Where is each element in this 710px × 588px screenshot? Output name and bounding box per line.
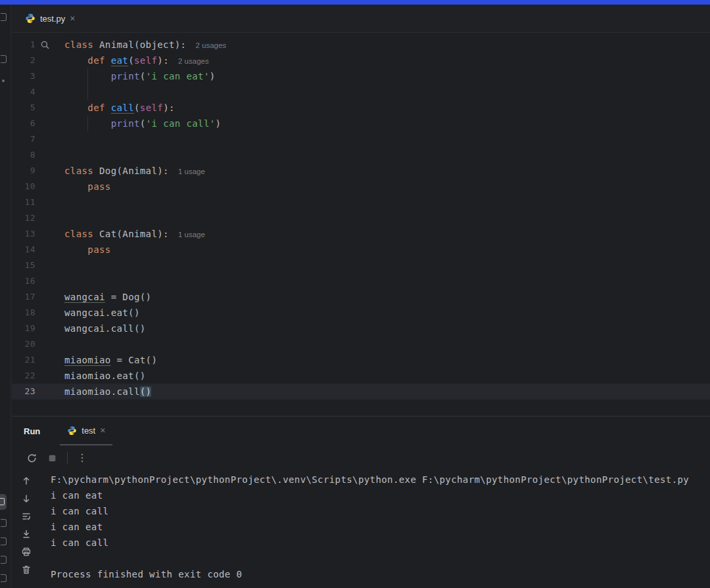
code-line[interactable]: 8 bbox=[12, 147, 710, 163]
code-token: miaomiao bbox=[64, 355, 111, 365]
tool-stripe-icon-fragment[interactable] bbox=[1, 556, 7, 564]
line-number[interactable]: 21 bbox=[12, 352, 36, 368]
code-token: 'i can eat' bbox=[146, 71, 210, 81]
gutter-slot bbox=[36, 68, 64, 84]
down-arrow-icon[interactable] bbox=[21, 493, 32, 504]
code-line[interactable]: 22miaomiao.eat() bbox=[12, 368, 710, 384]
line-number[interactable]: 19 bbox=[12, 321, 36, 336]
gutter-search-icon[interactable] bbox=[40, 40, 50, 50]
soft-wrap-icon[interactable] bbox=[21, 511, 32, 522]
usages-inlay[interactable]: 2 usages bbox=[195, 41, 226, 49]
code-line[interactable]: 10 pass bbox=[12, 179, 710, 194]
code-line[interactable]: 11 bbox=[12, 194, 710, 210]
line-number[interactable]: 11 bbox=[12, 194, 36, 210]
line-number[interactable]: 18 bbox=[12, 305, 36, 321]
line-number[interactable]: 14 bbox=[12, 242, 36, 258]
tool-stripe-icon-fragment[interactable] bbox=[1, 13, 7, 21]
code-line[interactable]: 2 def eat(self):2 usages bbox=[12, 53, 710, 68]
code-line[interactable]: 16 bbox=[12, 273, 710, 289]
code-editor[interactable]: 1class Animal(object):2 usages2 def eat(… bbox=[12, 33, 710, 416]
code-line[interactable]: 4 bbox=[12, 84, 710, 100]
code-line[interactable]: 13class Cat(Animal):1 usage bbox=[12, 226, 710, 242]
usages-inlay[interactable]: 1 usage bbox=[178, 231, 205, 238]
usages-inlay[interactable]: 2 usages bbox=[178, 57, 209, 65]
code-line[interactable]: 5 def call(self): bbox=[12, 100, 710, 116]
close-icon[interactable]: × bbox=[70, 14, 75, 23]
usages-inlay[interactable]: 1 usage bbox=[178, 168, 205, 175]
line-number[interactable]: 22 bbox=[12, 368, 36, 384]
code-token: ( bbox=[134, 102, 140, 113]
line-number[interactable]: 15 bbox=[12, 258, 36, 273]
line-number[interactable]: 1 bbox=[12, 37, 36, 53]
line-number[interactable]: 8 bbox=[12, 147, 36, 163]
line-number[interactable]: 3 bbox=[12, 68, 36, 84]
console-line bbox=[51, 551, 689, 566]
run-stripe-icon bbox=[0, 498, 5, 505]
line-number[interactable]: 12 bbox=[12, 210, 36, 226]
rerun-icon[interactable] bbox=[26, 453, 37, 464]
more-options-icon[interactable]: ⋮ bbox=[77, 453, 87, 463]
code-line[interactable]: 23miaomiao.call() bbox=[12, 384, 710, 399]
code-line[interactable]: 9class Dog(Animal):1 usage bbox=[12, 163, 710, 179]
code-line[interactable]: 19wangcai.call() bbox=[12, 321, 710, 336]
code-text: pass bbox=[64, 242, 111, 258]
code-line[interactable]: 1class Animal(object):2 usages bbox=[12, 37, 710, 53]
tool-stripe-icon-fragment[interactable] bbox=[1, 519, 7, 527]
code-line[interactable]: 21miaomiao = Cat() bbox=[12, 352, 710, 368]
code-text: print('i can eat') bbox=[64, 68, 216, 84]
line-number[interactable]: 17 bbox=[12, 289, 36, 305]
line-number[interactable]: 7 bbox=[12, 131, 36, 147]
code-line[interactable]: 3 print('i can eat') bbox=[12, 68, 710, 84]
code-line[interactable]: 14 pass bbox=[12, 242, 710, 258]
tool-stripe-icon-fragment[interactable] bbox=[2, 79, 5, 82]
gutter-slot bbox=[36, 352, 64, 368]
line-number[interactable]: 23 bbox=[12, 384, 36, 399]
code-token: () bbox=[140, 386, 152, 397]
main-area: test.py × 1class Animal(object):2 usages… bbox=[12, 5, 710, 588]
tool-stripe-icon-fragment[interactable] bbox=[1, 537, 7, 545]
line-number[interactable]: 13 bbox=[12, 226, 36, 242]
code-line[interactable]: 12 bbox=[12, 210, 710, 226]
gutter-slot bbox=[36, 242, 64, 258]
code-line[interactable]: 6 print('i can call') bbox=[12, 116, 710, 131]
gutter-slot bbox=[36, 116, 64, 131]
run-tool-window: Run test × bbox=[12, 416, 710, 588]
line-number[interactable]: 4 bbox=[12, 84, 36, 100]
console-output[interactable]: F:\pycharm\pythonProject\pythonProject\.… bbox=[41, 470, 689, 588]
code-line[interactable]: 17wangcai = Dog() bbox=[12, 289, 710, 305]
line-number[interactable]: 9 bbox=[12, 163, 36, 179]
line-number[interactable]: 6 bbox=[12, 116, 36, 131]
line-number[interactable]: 10 bbox=[12, 179, 36, 194]
code-line[interactable]: 18wangcai.eat() bbox=[12, 305, 710, 321]
gutter-slot bbox=[36, 321, 64, 336]
code-line[interactable]: 15 bbox=[12, 258, 710, 273]
stop-icon[interactable] bbox=[47, 453, 58, 464]
run-tab-test[interactable]: test × bbox=[60, 417, 112, 445]
up-arrow-icon[interactable] bbox=[21, 476, 32, 486]
code-line[interactable]: 7 bbox=[12, 131, 710, 147]
clear-output-icon[interactable] bbox=[21, 564, 32, 575]
scroll-to-end-icon[interactable] bbox=[21, 529, 32, 539]
code-token: class bbox=[64, 166, 93, 176]
line-number[interactable]: 20 bbox=[12, 336, 36, 352]
tool-stripe-icon-fragment[interactable] bbox=[1, 574, 7, 582]
gutter-slot bbox=[36, 179, 64, 194]
tool-window-stripe[interactable] bbox=[0, 5, 11, 588]
code-line[interactable]: 20 bbox=[12, 336, 710, 352]
gutter-slot bbox=[36, 273, 64, 289]
line-number[interactable]: 2 bbox=[12, 53, 36, 68]
line-number[interactable]: 5 bbox=[12, 100, 36, 116]
tab-label: test.py bbox=[40, 14, 65, 24]
code-text: class Animal(object):2 usages bbox=[64, 37, 226, 53]
indent-guide bbox=[87, 116, 88, 131]
tool-stripe-selected-icon[interactable] bbox=[0, 494, 7, 510]
tab-test-py[interactable]: test.py × bbox=[18, 5, 82, 32]
code-text: pass bbox=[64, 179, 111, 194]
print-icon[interactable] bbox=[21, 547, 32, 557]
run-console: F:\pycharm\pythonProject\pythonProject\.… bbox=[12, 470, 710, 588]
code-token: eat bbox=[111, 55, 129, 66]
close-icon[interactable]: × bbox=[100, 426, 105, 435]
tool-stripe-icon-fragment[interactable] bbox=[1, 55, 7, 63]
line-number[interactable]: 16 bbox=[12, 273, 36, 289]
gutter-slot bbox=[36, 147, 64, 163]
